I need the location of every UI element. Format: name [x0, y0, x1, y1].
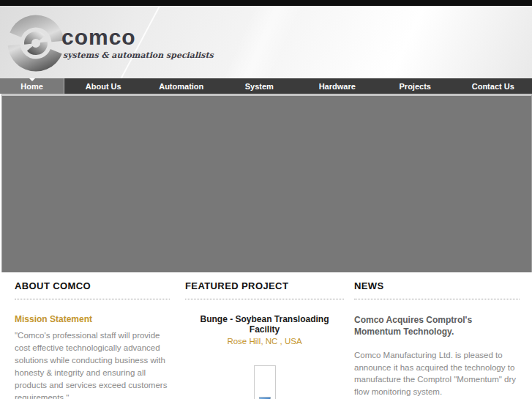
- top-black-bar: [0, 0, 532, 6]
- hero-banner-placeholder: [1, 94, 532, 272]
- news-article-body: Comco Manufacturing Ltd. is pleased to a…: [354, 349, 520, 398]
- nav-item-label: Hardware: [319, 82, 356, 91]
- nav-item-about-us[interactable]: About Us: [64, 78, 143, 94]
- project-image-broken: ?: [254, 365, 276, 399]
- nav-item-system[interactable]: System: [220, 78, 299, 94]
- brand-name: comco: [61, 26, 136, 48]
- news-article-title: Comco Acquires Comptrol's Momentum Techn…: [354, 314, 497, 338]
- nav-item-projects[interactable]: Projects: [376, 78, 454, 94]
- brand-tagline: systems & automation specialists: [63, 51, 214, 60]
- comco-swirl-icon: [4, 12, 67, 75]
- divider: [15, 298, 170, 299]
- nav-item-contact-us[interactable]: Contact Us: [454, 78, 532, 94]
- news-heading: NEWS: [354, 280, 520, 291]
- nav-item-automation[interactable]: Automation: [143, 78, 221, 94]
- header: comco systems & automation specialists: [0, 6, 532, 78]
- featured-project-column: FEATURED PROJECT Bunge - Soybean Translo…: [185, 280, 344, 399]
- nav-item-label: Projects: [400, 82, 431, 91]
- about-column: ABOUT COMCO Mission Statement "Comco's p…: [15, 280, 170, 399]
- project-title: Bunge - Soybean Transloading Facility: [185, 314, 344, 335]
- divider: [354, 298, 520, 299]
- main-nav: Home About Us Automation System Hardware…: [0, 78, 532, 94]
- active-tab-caret-icon: [29, 78, 35, 81]
- divider: [185, 298, 344, 299]
- logo[interactable]: comco systems & automation specialists: [4, 9, 239, 78]
- mission-statement-body: "Comco's professional staff will provide…: [15, 329, 170, 399]
- nav-item-label: Contact Us: [472, 82, 514, 91]
- nav-item-home[interactable]: Home: [0, 78, 64, 94]
- nav-item-hardware[interactable]: Hardware: [299, 78, 377, 94]
- about-heading: ABOUT COMCO: [15, 280, 170, 291]
- nav-item-label: System: [245, 82, 274, 91]
- featured-heading: FEATURED PROJECT: [185, 280, 344, 291]
- mission-statement-title: Mission Statement: [15, 314, 170, 324]
- nav-item-label: About Us: [86, 82, 121, 91]
- news-column: NEWS Comco Acquires Comptrol's Momentum …: [354, 280, 520, 399]
- nav-item-label: Home: [20, 82, 43, 91]
- project-location: Rose Hill, NC , USA: [185, 337, 344, 346]
- page: comco systems & automation specialists H…: [0, 0, 532, 399]
- nav-item-label: Automation: [159, 82, 203, 91]
